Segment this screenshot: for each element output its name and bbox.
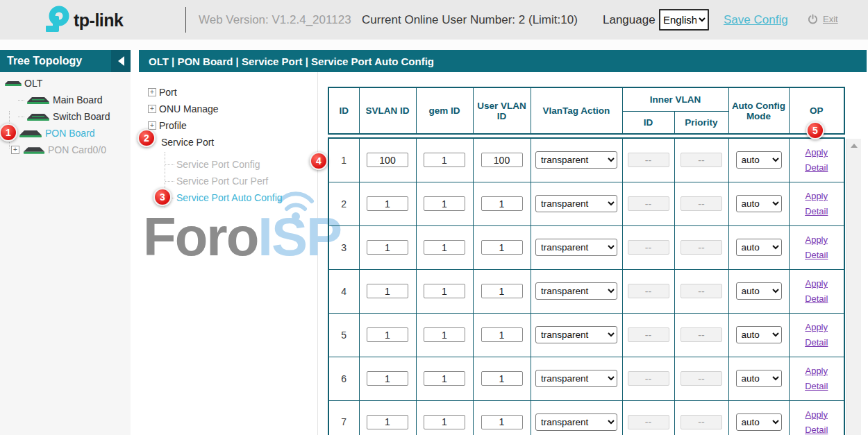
col-header-id: ID xyxy=(328,87,359,134)
gem-id-input[interactable] xyxy=(424,415,465,429)
detail-link[interactable]: Detail xyxy=(790,250,844,260)
sidebar: Tree Topology OLT Mai xyxy=(0,50,131,435)
language-select[interactable]: English xyxy=(659,9,709,31)
vlantag-action-select[interactable]: transparent xyxy=(535,413,617,431)
scrollbar-up-button[interactable] xyxy=(846,139,862,153)
detail-link[interactable]: Detail xyxy=(790,293,844,304)
auto-config-mode-select[interactable]: auto xyxy=(736,151,782,169)
auto-config-mode-select[interactable]: auto xyxy=(736,239,782,256)
gem-id-input[interactable] xyxy=(424,371,465,386)
table-scrollbar[interactable] xyxy=(846,139,861,435)
detail-link[interactable]: Detail xyxy=(790,425,844,435)
user-vlan-id-input[interactable] xyxy=(481,327,523,342)
auto-config-mode-select[interactable]: auto xyxy=(736,370,782,387)
board-device-icon xyxy=(22,146,46,155)
user-vlan-id-input[interactable] xyxy=(481,284,523,298)
apply-link[interactable]: Apply xyxy=(790,234,844,245)
inner-vlan-priority-input xyxy=(681,415,722,429)
auto-config-mode-select[interactable]: auto xyxy=(736,413,782,431)
watermark-text-gray: Foro xyxy=(143,206,258,267)
apply-link[interactable]: Apply xyxy=(790,322,844,332)
gem-cell xyxy=(416,269,473,313)
svlan-id-input[interactable] xyxy=(367,196,408,211)
detail-link[interactable]: Detail xyxy=(790,381,844,391)
user-vlan-id-input[interactable] xyxy=(481,196,523,211)
header-gap-strip xyxy=(0,40,868,50)
row-id-cell: 7 xyxy=(328,400,359,435)
nav-subitem-label: Service Port Cur Perf xyxy=(176,176,268,187)
tree-item-olt[interactable]: OLT xyxy=(0,75,131,92)
sidebar-collapse-button[interactable] xyxy=(111,50,131,72)
table-row: 2transparentautoApplyDetail xyxy=(328,182,844,225)
nav-item-service-port[interactable]: Service Port xyxy=(139,134,312,151)
mode-cell: auto xyxy=(728,269,789,313)
gem-id-input[interactable] xyxy=(424,153,465,167)
vlantag-action-select[interactable]: transparent xyxy=(535,151,617,169)
sidebar-title: Tree Topology xyxy=(0,55,82,67)
detail-link[interactable]: Detail xyxy=(790,206,844,216)
apply-link[interactable]: Apply xyxy=(790,147,844,157)
expand-plus-icon[interactable]: + xyxy=(148,105,156,113)
detail-link[interactable]: Detail xyxy=(790,162,844,173)
tree-item-switch-board[interactable]: Switch Board xyxy=(0,108,131,125)
expand-plus-icon[interactable]: + xyxy=(148,121,156,130)
board-device-icon xyxy=(18,129,43,138)
gem-cell xyxy=(416,225,473,269)
detail-link[interactable]: Detail xyxy=(790,337,844,348)
user-vlan-id-input[interactable] xyxy=(481,371,523,386)
vlantag-cell: transparent xyxy=(531,138,622,182)
annotation-badge-2: 2 xyxy=(137,129,156,147)
apply-link[interactable]: Apply xyxy=(790,366,844,376)
mode-cell: auto xyxy=(728,182,789,225)
exit-link[interactable]: Exit xyxy=(823,14,838,24)
gem-id-input[interactable] xyxy=(424,284,465,298)
gem-id-input[interactable] xyxy=(424,327,465,342)
vlantag-action-select[interactable]: transparent xyxy=(535,239,617,256)
vlantag-cell: transparent xyxy=(531,269,622,313)
inner-id-cell xyxy=(622,182,674,225)
expand-plus-icon[interactable]: + xyxy=(11,146,19,154)
vlantag-action-select[interactable]: transparent xyxy=(535,370,617,387)
nav-item-onu-manage[interactable]: + ONU Manage xyxy=(139,101,312,117)
col-header-vlantag: VlanTag Action xyxy=(531,87,622,134)
auto-config-mode-select[interactable]: auto xyxy=(736,326,782,343)
svlan-id-input[interactable] xyxy=(367,415,408,429)
row-id-cell: 2 xyxy=(328,182,359,225)
svlan-id-input[interactable] xyxy=(367,240,408,255)
nav-item-port[interactable]: + Port xyxy=(139,84,312,101)
tree-item-pon-card[interactable]: + PON Card0/0 xyxy=(0,142,131,158)
save-config-link[interactable]: Save Config xyxy=(724,13,788,27)
user-vlan-id-input[interactable] xyxy=(481,153,523,167)
user-vlan-cell xyxy=(473,269,531,313)
svlan-id-input[interactable] xyxy=(367,371,408,386)
vlantag-action-select[interactable]: transparent xyxy=(535,326,617,343)
user-vlan-id-input[interactable] xyxy=(481,240,523,255)
tree-item-label: PON Card0/0 xyxy=(48,144,106,155)
col-header-inner-priority: Priority xyxy=(674,111,728,134)
nav-subitem-label: Service Port Auto Config xyxy=(176,192,283,203)
gem-id-input[interactable] xyxy=(424,196,465,211)
nav-item-profile[interactable]: + Profile xyxy=(139,117,312,134)
expand-plus-icon[interactable]: + xyxy=(148,88,156,96)
tree-item-pon-board[interactable]: PON Board xyxy=(0,125,131,142)
vlantag-action-select[interactable]: transparent xyxy=(535,195,617,212)
tree-item-main-board[interactable]: Main Board xyxy=(0,92,131,108)
gem-id-input[interactable] xyxy=(424,240,465,255)
mode-cell: auto xyxy=(728,138,789,182)
apply-link[interactable]: Apply xyxy=(790,409,844,420)
svlan-id-input[interactable] xyxy=(367,153,408,167)
apply-link[interactable]: Apply xyxy=(790,191,844,201)
sidebar-header: Tree Topology xyxy=(0,50,131,72)
inner-vlan-priority-input xyxy=(681,196,722,211)
user-vlan-id-input[interactable] xyxy=(481,415,523,429)
annotation-badge-1: 1 xyxy=(0,123,17,142)
annotation-badge-5: 5 xyxy=(806,121,824,139)
svlan-id-input[interactable] xyxy=(367,327,408,342)
auto-config-mode-select[interactable]: auto xyxy=(736,195,782,212)
table-row: 7transparentautoApplyDetail xyxy=(328,400,844,435)
op-cell: ApplyDetail xyxy=(789,357,844,400)
vlantag-action-select[interactable]: transparent xyxy=(535,282,617,300)
auto-config-mode-select[interactable]: auto xyxy=(736,282,782,300)
svlan-id-input[interactable] xyxy=(367,284,408,298)
apply-link[interactable]: Apply xyxy=(790,278,844,289)
